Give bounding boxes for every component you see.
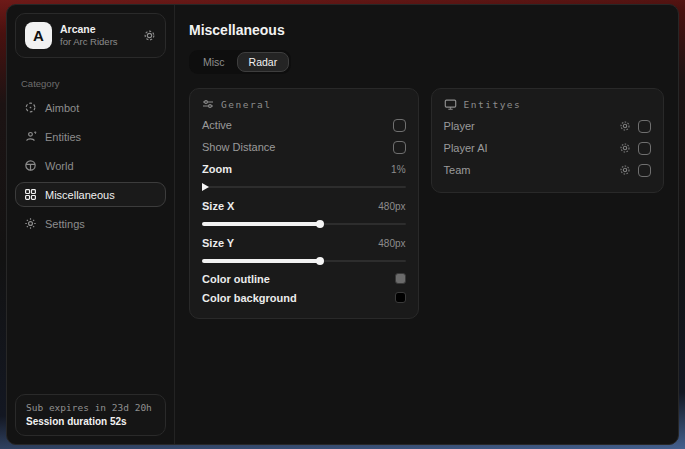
globe-icon xyxy=(24,159,37,172)
setting-row-size-y: Size Y480px xyxy=(202,232,406,254)
setting-label: Active xyxy=(202,119,232,131)
setting-value: 1% xyxy=(391,164,405,175)
player-ai-checkbox[interactable] xyxy=(638,142,651,155)
size-x-slider[interactable] xyxy=(202,218,406,230)
sidebar-item-label: Aimbot xyxy=(45,102,79,114)
setting-row-active: Active xyxy=(202,114,406,136)
setting-label: Size X xyxy=(202,200,234,212)
entity-row-team: Team xyxy=(444,159,651,181)
zoom-slider[interactable] xyxy=(202,181,406,193)
sidebar-item-label: Entities xyxy=(45,131,81,143)
slider-thumb[interactable] xyxy=(316,220,324,228)
slider-thumb[interactable] xyxy=(316,257,324,265)
session-duration-text: Session duration 52s xyxy=(26,416,155,427)
sidebar-nav: AimbotEntitiesWorldMiscellaneousSettings xyxy=(7,95,174,236)
slider-thumb[interactable] xyxy=(202,183,209,191)
main-content: Miscellaneous MiscRadar General ActiveSh… xyxy=(175,5,678,444)
setting-row-size-x: Size X480px xyxy=(202,195,406,217)
crosshair-icon xyxy=(24,101,37,114)
tab-bar: MiscRadar xyxy=(189,50,291,74)
row-gear-icon[interactable] xyxy=(619,164,631,176)
team-checkbox[interactable] xyxy=(638,164,651,177)
row-gear-icon[interactable] xyxy=(619,120,631,132)
entities-panel: Entityes PlayerPlayer AITeam xyxy=(431,88,664,193)
setting-row-color-background: Color background xyxy=(202,288,406,307)
sidebar-item-entities[interactable]: Entities xyxy=(15,124,166,149)
grid-icon xyxy=(24,188,37,201)
setting-row-show-distance: Show Distance xyxy=(202,136,406,158)
tab-radar[interactable]: Radar xyxy=(237,52,290,72)
setting-row-color-outline: Color outline xyxy=(202,269,406,288)
setting-label: Color background xyxy=(202,292,297,304)
monitor-icon xyxy=(444,98,457,111)
app-logo: A xyxy=(25,22,52,49)
general-panel-header: General xyxy=(202,98,406,110)
sidebar: A Arcane for Arc Riders Category AimbotE… xyxy=(7,5,175,444)
entity-label: Team xyxy=(444,164,471,176)
sidebar-item-label: Miscellaneous xyxy=(45,189,115,201)
setting-label: Size Y xyxy=(202,237,234,249)
entity-row-player: Player xyxy=(444,115,651,137)
size-y-slider[interactable] xyxy=(202,255,406,267)
setting-row-zoom: Zoom1% xyxy=(202,158,406,180)
show-distance-checkbox[interactable] xyxy=(393,141,406,154)
setting-label: Zoom xyxy=(202,163,232,175)
app-title: Arcane xyxy=(60,23,135,36)
entity-row-player-ai: Player AI xyxy=(444,137,651,159)
sidebar-item-aimbot[interactable]: Aimbot xyxy=(15,95,166,120)
sub-expiry-text: Sub expires in 23d 20h xyxy=(26,402,155,413)
setting-label: Color outline xyxy=(202,273,270,285)
setting-value: 480px xyxy=(378,201,405,212)
app-window: A Arcane for Arc Riders Category AimbotE… xyxy=(6,4,679,445)
app-subtitle: for Arc Riders xyxy=(60,36,135,48)
sidebar-item-world[interactable]: World xyxy=(15,153,166,178)
entities-panel-header: Entityes xyxy=(444,98,651,111)
config-gear-icon[interactable] xyxy=(143,29,156,42)
entity-label: Player AI xyxy=(444,142,488,154)
setting-label: Show Distance xyxy=(202,141,275,153)
color-background-swatch[interactable] xyxy=(395,292,406,303)
color-outline-swatch[interactable] xyxy=(395,273,406,284)
active-checkbox[interactable] xyxy=(393,119,406,132)
entities-icon xyxy=(24,130,37,143)
player-checkbox[interactable] xyxy=(638,120,651,133)
page-title: Miscellaneous xyxy=(189,22,664,38)
row-gear-icon[interactable] xyxy=(619,142,631,154)
sidebar-item-settings[interactable]: Settings xyxy=(15,211,166,236)
logo-card: A Arcane for Arc Riders xyxy=(15,13,166,58)
sliders-icon xyxy=(202,98,214,110)
tab-misc[interactable]: Misc xyxy=(191,52,237,72)
entity-label: Player xyxy=(444,120,475,132)
panels-row: General ActiveShow DistanceZoom1%Size X4… xyxy=(189,88,664,319)
sidebar-item-label: Settings xyxy=(45,218,85,230)
general-panel-title: General xyxy=(221,99,272,110)
general-panel: General ActiveShow DistanceZoom1%Size X4… xyxy=(189,88,419,319)
setting-value: 480px xyxy=(378,238,405,249)
gear-icon xyxy=(24,217,37,230)
sidebar-item-label: World xyxy=(45,160,74,172)
subscription-box: Sub expires in 23d 20h Session duration … xyxy=(15,394,166,436)
sidebar-item-miscellaneous[interactable]: Miscellaneous xyxy=(15,182,166,207)
entities-panel-title: Entityes xyxy=(464,99,522,110)
logo-text: Arcane for Arc Riders xyxy=(60,23,135,48)
category-label: Category xyxy=(21,78,160,89)
